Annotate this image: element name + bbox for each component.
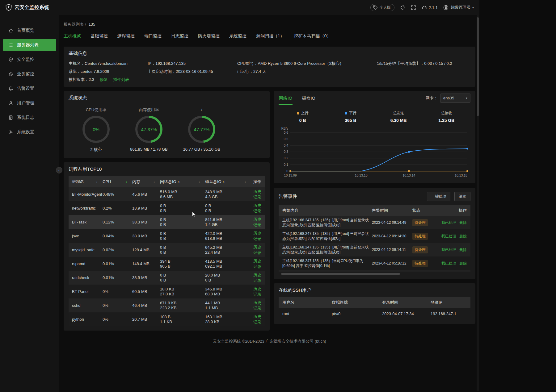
process-column-header-3[interactable]: 网络总IO↑↓↓ <box>160 179 205 185</box>
process-disk-io: 422.0 MB618.9 MB <box>205 231 251 241</box>
repair-link[interactable]: 修复 <box>100 77 108 82</box>
tab-1[interactable]: 基础监控 <box>91 33 108 42</box>
process-disk-io: 20.0 MB0 B <box>205 273 251 282</box>
tab-3[interactable]: 端口监控 <box>144 33 162 42</box>
alarm-status-badge: 待处理 <box>412 260 428 267</box>
sidebar-item-servers[interactable]: 服务器列表 <box>3 39 56 51</box>
process-row-BT-Panel[interactable]: BT-Panel0%60.5 MB18.0 KB27.0 KB346.8 MB6… <box>69 285 265 298</box>
history-link[interactable]: 历史记录 <box>253 259 261 269</box>
tab-5[interactable]: 防火墙监控 <box>198 33 220 42</box>
handle-all-button[interactable]: 一键处理 <box>427 192 450 201</box>
process-row-BT-MonitorAgent[interactable]: BT-MonitorAgent0.48%45.6 MB516.0 MB8.6 M… <box>69 187 265 201</box>
process-table: 进程名↓CPU↓内存↓网络总IO↑↓↓磁盘总IO↑↓↓操作 BT-Monitor… <box>69 176 265 326</box>
breadcrumb-root[interactable]: 服务器列表 <box>64 22 84 27</box>
delete-link[interactable]: 删除 <box>459 261 467 265</box>
tab-2[interactable]: 进程监控 <box>117 33 135 42</box>
sidebar-item-home[interactable]: 首页概览 <box>3 24 56 37</box>
process-row-raidcheck[interactable]: raidcheck0.01%38.9 MB0 B0 B20.0 MB0 B历史记… <box>69 271 265 285</box>
process-column-header-1[interactable]: CPU↓ <box>103 179 132 184</box>
history-link[interactable]: 历史记录 <box>253 245 261 255</box>
info-value: AMD Ryzen 5 3600 6-Core Processor（2核心） <box>258 61 343 66</box>
tab-4[interactable]: 日志监控 <box>171 33 188 42</box>
process-row-networktraffic[interactable]: networktraffic0.2%18.9 MB0 B0 B0 B0 B历史记… <box>69 201 265 215</box>
alarm-row: 主机[192.168.247.135（135）]用户[root] 当前登录状态为… <box>279 229 470 243</box>
vertical-scrollbar-thumb[interactable] <box>477 17 479 116</box>
updown-toggle-icon[interactable]: ↑↓ <box>223 180 225 184</box>
process-column-header-4[interactable]: 磁盘总IO↑↓↓ <box>205 179 251 185</box>
history-link[interactable]: 历史记录 <box>253 231 261 241</box>
clear-button[interactable]: 清空 <box>454 192 470 201</box>
user-menu[interactable]: 超级管理员 ▾ <box>443 5 474 10</box>
sort-icon[interactable]: ↓ <box>153 180 155 184</box>
process-row-sshd[interactable]: sshd0%46.4 MB671.9 KB223.2 KB44.1 MB1.1 … <box>69 298 265 312</box>
agent-version-value: 2.3 <box>89 77 94 82</box>
handled-link[interactable]: 我已处理 <box>441 234 456 238</box>
alarm-column-header-0: 告警内容 <box>282 208 372 213</box>
info-field: 上次启动时间：2023-03-16 01:09:45 <box>148 69 237 74</box>
process-cpu: 0.2% <box>103 206 132 211</box>
process-row-rspamd[interactable]: rspamd0.01%148.4 MB394 B905 B418.5 MB692… <box>69 257 265 271</box>
sidebar-item-business[interactable]: 业务监控 <box>3 68 56 80</box>
process-column-header-2[interactable]: 内存↓ <box>132 179 160 185</box>
history-link[interactable]: 历史记录 <box>253 286 261 297</box>
sidebar-item-label: 系统设置 <box>17 129 34 135</box>
ssh-login-time: 2023-04-07 17:34 <box>382 311 431 316</box>
sidebar-item-logs[interactable]: 系统日志 <box>3 111 56 124</box>
tab-0[interactable]: 主机概览 <box>64 33 81 42</box>
sidebar-item-users[interactable]: 用户管理 <box>3 97 56 109</box>
nic-select[interactable]: ens35 ▾ <box>440 94 470 103</box>
delete-link[interactable]: 删除 <box>459 234 467 238</box>
process-net-io: 671.9 KB223.2 KB <box>160 301 205 310</box>
svg-text:0.3: 0.3 <box>284 150 288 154</box>
tab-7[interactable]: 漏洞扫描（1） <box>256 33 284 42</box>
tab-6[interactable]: 系统监控 <box>229 33 246 42</box>
history-link[interactable]: 历史记录 <box>253 203 261 213</box>
process-top10-title: 进程占用TOP10 <box>69 166 265 172</box>
sidebar-item-security[interactable]: 安全监控 <box>3 53 56 66</box>
version-indicator[interactable]: 2.1.1 <box>422 5 438 10</box>
history-link[interactable]: 历史记录 <box>253 273 261 283</box>
sidebar-item-settings[interactable]: 系统设置 <box>3 126 56 138</box>
fullscreen-icon[interactable] <box>411 5 416 10</box>
process-row-python[interactable]: python0%20.7 MB108 B1.1 KB163.1 MB28.0 K… <box>69 312 265 326</box>
process-column-header-0[interactable]: 进程名↓ <box>72 179 103 185</box>
history-link[interactable]: 历史记录 <box>253 314 261 324</box>
handled-link[interactable]: 我已处理 <box>441 248 456 252</box>
history-link[interactable]: 历史记录 <box>253 300 261 311</box>
sort-icon[interactable]: ↓ <box>125 180 127 184</box>
column-label: 网络总IO <box>160 179 176 185</box>
sort-icon[interactable]: ↓ <box>198 180 200 184</box>
process-row-BT-Task[interactable]: BT-Task0.12%38.3 MB0 B0 B841.6 MB1.4 GB历… <box>69 215 265 229</box>
io-tab-0[interactable]: 网络IO <box>279 91 293 105</box>
tab-8[interactable]: 挖矿木马扫描（0） <box>294 33 331 42</box>
io-tab-1[interactable]: 磁盘IO <box>302 91 316 105</box>
edition-badge[interactable]: 个人版 <box>370 4 394 11</box>
sidebar-collapse-handle[interactable]: ‹ <box>56 167 62 173</box>
history-link[interactable]: 历史记录 <box>253 189 261 199</box>
process-top10-card: 进程占用TOP10 进程名↓CPU↓内存↓网络总IO↑↓↓磁盘总IO↑↓↓操作 … <box>64 162 270 331</box>
alarm-status-badge: 待处理 <box>412 233 428 240</box>
app-window: 云安全监控系统 个人版 2.1.1 超级管理员 ▾ 首页概览服务器列表安全监控业… <box>0 0 479 392</box>
plugin-list-link[interactable]: 插件列表 <box>113 77 129 82</box>
svg-text:0.6: 0.6 <box>284 131 288 134</box>
process-row-mysqld_safe[interactable]: mysqld_safe0.02%128.4 MB0 B0 B645.2 MB22… <box>69 243 265 257</box>
sidebar-item-label: 系统日志 <box>17 115 34 120</box>
vertical-scrollbar[interactable] <box>477 15 479 391</box>
alarm-content: 主机[192.168.247.135（135）]用户[root] 当前登录状态为… <box>282 231 372 241</box>
process-disk-io: 645.2 MB22.4 MB <box>205 245 251 255</box>
delete-link[interactable]: 删除 <box>459 220 467 225</box>
horizontal-scrollbar-thumb[interactable] <box>281 273 400 275</box>
svg-text:KB/s: KB/s <box>281 127 288 130</box>
alarm-status-badge: 待处理 <box>412 246 428 253</box>
legend-value: 365 B <box>326 118 374 123</box>
handled-link[interactable]: 我已处理 <box>441 220 456 225</box>
delete-link[interactable]: 删除 <box>459 248 467 252</box>
refresh-icon[interactable] <box>400 5 405 10</box>
updown-toggle-icon[interactable]: ↑↓ <box>178 180 180 184</box>
sort-icon[interactable]: ↓ <box>244 180 246 184</box>
sort-icon[interactable]: ↓ <box>96 180 98 184</box>
process-row-jsvc[interactable]: jsvc0.04%38.9 MB0 B0 B422.0 MB618.9 MB历史… <box>69 229 265 243</box>
handled-link[interactable]: 我已处理 <box>441 261 456 265</box>
history-link[interactable]: 历史记录 <box>253 217 261 227</box>
sidebar-item-alarm[interactable]: 告警设置 <box>3 82 56 95</box>
